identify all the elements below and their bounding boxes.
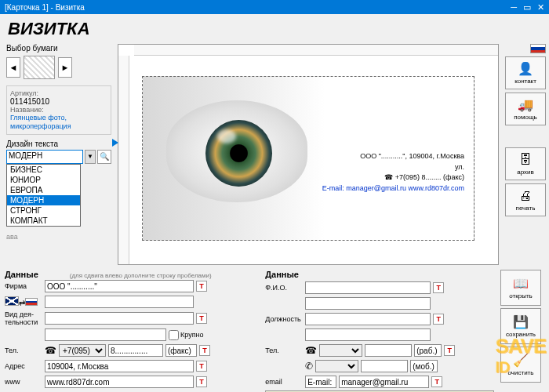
article-value: 011415010 bbox=[10, 97, 107, 106]
close-button[interactable]: ✕ bbox=[537, 2, 544, 13]
business-card[interactable]: ООО "...........", 109004, г.Москва ул. … bbox=[142, 76, 474, 241]
tel-suffix-input[interactable] bbox=[165, 344, 197, 357]
design-select[interactable]: МОДЕРН bbox=[6, 150, 83, 164]
clear-button[interactable]: 🧹очистить bbox=[500, 347, 541, 383]
dropdown-arrow-icon[interactable]: ▼ bbox=[85, 150, 96, 164]
article-label: Артикул: bbox=[10, 89, 107, 97]
tel3-num-input[interactable] bbox=[361, 360, 408, 372]
email-input[interactable] bbox=[339, 376, 429, 388]
printer-icon: 🖨 bbox=[519, 189, 532, 203]
format-button[interactable]: T bbox=[196, 281, 207, 292]
format-button[interactable]: T bbox=[433, 314, 444, 325]
tel2-num-input[interactable] bbox=[365, 344, 412, 357]
design-label: Дизайн текста bbox=[6, 140, 111, 148]
format-button[interactable]: T bbox=[433, 282, 444, 293]
design-dropdown: БИЗНЕС ЮНИОР ЕВРОПА МОДЕРН СТРОНГ КОМПАК… bbox=[6, 164, 81, 227]
mobile-icon: ✆ bbox=[305, 361, 313, 372]
card-email-line: E-mail: manager@gmail.ru www.rd807dr.com bbox=[322, 183, 464, 194]
tel3-code-select[interactable] bbox=[315, 360, 358, 372]
disk-icon: 💾 bbox=[513, 314, 529, 329]
contact-button[interactable]: 👤контакт bbox=[505, 56, 546, 89]
format-button[interactable]: T bbox=[196, 376, 207, 387]
design-option[interactable]: БИЗНЕС bbox=[7, 165, 80, 175]
page-title: ВИЗИТКА bbox=[0, 14, 549, 41]
data-header-2: Данные bbox=[265, 270, 494, 279]
canvas-area: ООО "...........", 109004, г.Москва ул. … bbox=[118, 44, 499, 265]
obscured-text: ава bbox=[6, 233, 111, 241]
name-value: Глянцевые фото, микроперфорация bbox=[10, 114, 107, 131]
paper-label: Выбор бумаги bbox=[6, 44, 111, 53]
design-option[interactable]: СТРОНГ bbox=[7, 205, 80, 216]
data-hint: (для сдвига влево дополните строку пробе… bbox=[70, 272, 212, 279]
book-icon: 📖 bbox=[513, 276, 529, 291]
design-option[interactable]: КОМПАКТ bbox=[7, 216, 80, 226]
paper-preview-icon bbox=[24, 56, 55, 79]
format-button[interactable]: T bbox=[444, 345, 455, 356]
card-text: ООО "...........", 109004, г.Москва ул. … bbox=[322, 151, 464, 194]
vid-input-2[interactable] bbox=[45, 328, 166, 341]
paper-prev-button[interactable]: ◄ bbox=[6, 57, 20, 78]
email-label: email bbox=[265, 378, 303, 386]
titlebar: [Карточка 1] - Визитка ─ ▭ ✕ bbox=[0, 0, 549, 14]
ruler-horizontal bbox=[134, 45, 498, 56]
eye-image bbox=[166, 100, 307, 202]
design-option-selected[interactable]: МОДЕРН bbox=[7, 195, 80, 205]
tel-label: Тел. bbox=[5, 347, 42, 354]
person-icon: 👤 bbox=[518, 61, 533, 76]
tel-num-input[interactable] bbox=[108, 344, 163, 357]
pos-input-2[interactable] bbox=[305, 328, 431, 341]
minimize-button[interactable]: ─ bbox=[511, 2, 517, 13]
vid-label: Вид дея-тельности bbox=[5, 310, 42, 326]
www-input[interactable] bbox=[45, 376, 194, 388]
ruler-vertical bbox=[118, 56, 129, 264]
design-option[interactable]: ЕВРОПА bbox=[7, 185, 80, 195]
krupno-checkbox[interactable] bbox=[169, 330, 179, 340]
search-button[interactable]: 🔍 bbox=[97, 150, 111, 164]
format-button[interactable]: T bbox=[196, 313, 207, 324]
flag-uk-icon[interactable] bbox=[5, 296, 19, 306]
phone-icon: ☎ bbox=[305, 345, 317, 356]
help-button[interactable]: 🚚помощь bbox=[505, 93, 546, 125]
maximize-button[interactable]: ▭ bbox=[523, 2, 531, 13]
tel2-code-select[interactable] bbox=[319, 344, 362, 357]
card-company-line: ООО "...........", 109004, г.Москва bbox=[322, 151, 464, 162]
slider-marker-icon[interactable] bbox=[112, 139, 118, 147]
data-section: Данные(для сдвига влево дополните строку… bbox=[0, 268, 549, 392]
card-phone-line: ☎ +7(095) 8........ (факс) bbox=[322, 172, 464, 183]
tel2-suf-input[interactable] bbox=[414, 344, 442, 357]
fio-input[interactable] bbox=[305, 281, 431, 294]
name-label: Название: bbox=[10, 106, 107, 114]
email-prefix-input[interactable] bbox=[305, 376, 336, 388]
flags-label: ⇄ bbox=[5, 296, 42, 307]
fio-input-2[interactable] bbox=[305, 297, 431, 310]
save-button-right[interactable]: 💾сохранить bbox=[500, 308, 541, 344]
addr-label: Адрес bbox=[5, 362, 42, 370]
flag-ru-icon[interactable] bbox=[530, 44, 546, 53]
archive-icon: 🗄 bbox=[519, 153, 532, 167]
www-label: www bbox=[5, 378, 42, 386]
format-button[interactable]: T bbox=[199, 345, 210, 356]
archive-button[interactable]: 🗄архив bbox=[505, 147, 546, 180]
firma-input-2[interactable] bbox=[45, 296, 194, 308]
tel3-suf-input[interactable] bbox=[410, 360, 438, 372]
tel-code-select[interactable]: +7(095) bbox=[59, 344, 106, 357]
truck-icon: 🚚 bbox=[518, 97, 533, 112]
design-option[interactable]: ЮНИОР bbox=[7, 175, 80, 185]
pos-label: Должность bbox=[265, 315, 303, 323]
format-button[interactable]: T bbox=[196, 361, 207, 372]
right-toolbar: 👤контакт 🚚помощь 🗄архив 🖨печать bbox=[502, 41, 549, 268]
format-button[interactable]: T bbox=[431, 376, 442, 387]
flag-ru-icon[interactable] bbox=[25, 298, 38, 306]
print-button[interactable]: 🖨печать bbox=[505, 183, 546, 216]
data-header: Данные bbox=[5, 270, 38, 279]
swap-icon[interactable]: ⇄ bbox=[19, 299, 25, 307]
pos-input[interactable] bbox=[305, 313, 431, 325]
addr-input[interactable] bbox=[45, 360, 194, 372]
vid-input[interactable] bbox=[45, 312, 194, 325]
open-button[interactable]: 📖открыть bbox=[500, 270, 541, 306]
krupno-label: Крупно bbox=[180, 331, 204, 339]
tel-label-2: Тел. bbox=[265, 347, 303, 354]
paper-next-button[interactable]: ► bbox=[58, 57, 72, 78]
firma-input[interactable] bbox=[45, 280, 194, 292]
left-panel: Выбор бумаги ◄ ► Артикул: 011415010 Назв… bbox=[0, 41, 118, 268]
